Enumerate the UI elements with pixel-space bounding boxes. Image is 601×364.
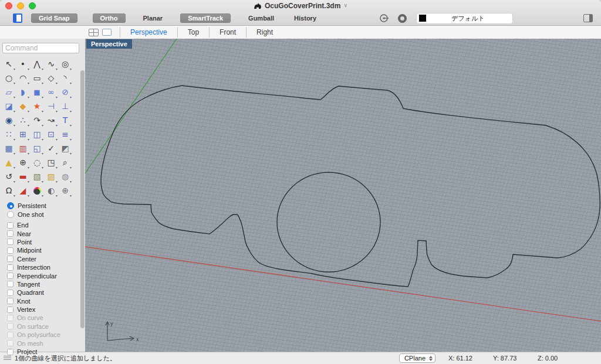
osnap-on-polysurface[interactable]: On polysurface: [7, 331, 85, 339]
osnap-perpendicular[interactable]: Perpendicular: [7, 271, 85, 280]
tool-zoom-window-button[interactable]: ◌: [30, 155, 44, 169]
tool-explode-button[interactable]: ★: [30, 99, 44, 113]
checkbox-icon[interactable]: [7, 349, 13, 355]
record-history-icon[interactable]: [379, 13, 390, 23]
tool-curve-button[interactable]: ∿: [44, 57, 58, 71]
history-list-icon[interactable]: [4, 356, 11, 361]
tool-globe-grid-button[interactable]: ⊕: [58, 183, 72, 198]
tool-points-on-button[interactable]: ∴: [16, 113, 30, 127]
osnap-quadrant[interactable]: Quadrant: [7, 288, 85, 297]
tool-zoom-in-out-button[interactable]: ⊕: [16, 155, 30, 169]
tool-globe-button[interactable]: ◐: [44, 183, 58, 198]
tool-copy-button[interactable]: ◱: [30, 141, 44, 155]
osnap-vertex[interactable]: Vertex: [7, 305, 85, 314]
osnap-project[interactable]: Project: [7, 348, 85, 356]
tool-surface-from-curves-button[interactable]: ◗: [16, 85, 30, 99]
chevron-down-icon[interactable]: ∨: [343, 2, 347, 8]
osnap-on-surface[interactable]: On surface: [7, 322, 85, 331]
tool-lightbulb-button[interactable]: ◍: [58, 169, 72, 183]
tool-surface-button[interactable]: ▱: [2, 85, 16, 99]
checkbox-icon[interactable]: [7, 307, 13, 313]
tool-trim-button[interactable]: ◫: [30, 127, 44, 141]
tool-magnifier-button[interactable]: ⌕: [58, 155, 72, 169]
checkbox-icon[interactable]: [7, 290, 13, 296]
tool-sphere-button[interactable]: ∞: [44, 85, 58, 99]
tool-zoom-extents-button[interactable]: ◳: [44, 155, 58, 169]
checkbox-icon[interactable]: [7, 230, 13, 237]
tool-lock-button[interactable]: Ω: [2, 183, 16, 198]
gumball-ring-icon[interactable]: [398, 14, 407, 23]
osnap-intersection[interactable]: Intersection: [7, 263, 85, 271]
tool-circle-button[interactable]: ◎: [58, 57, 72, 71]
tab-perspective[interactable]: Perspective: [120, 27, 177, 38]
tool-point-button[interactable]: •: [16, 57, 30, 71]
close-window-button[interactable]: [5, 2, 12, 9]
osnap-knot[interactable]: Knot: [7, 297, 85, 305]
osnap-midpoint[interactable]: Midpoint: [7, 246, 85, 254]
checkbox-icon[interactable]: [7, 273, 13, 279]
tool-orient-box-button[interactable]: ⊡: [44, 127, 58, 141]
viewport-title-badge[interactable]: Perspective: [86, 39, 132, 49]
toolbar-smarttrack-button[interactable]: SmartTrack: [180, 13, 231, 23]
tool-polyline-button[interactable]: ⋀: [30, 57, 44, 71]
tool-cone-button[interactable]: ▲: [2, 155, 16, 169]
osnap-point[interactable]: Point: [7, 238, 85, 246]
checkbox-icon[interactable]: [7, 332, 13, 338]
right-panel-toggle-icon[interactable]: [583, 14, 593, 22]
tool-ellipse-button[interactable]: ○: [2, 71, 16, 85]
tool-car-button[interactable]: ▬: [16, 169, 30, 183]
checkbox-icon[interactable]: [7, 298, 13, 304]
zoom-window-button[interactable]: [29, 2, 36, 9]
tool-bend-button[interactable]: ⊣: [44, 99, 58, 113]
tool-rectangle-button[interactable]: ▭: [30, 71, 44, 85]
single-viewport-layout-icon[interactable]: [102, 29, 112, 36]
tool-text-button[interactable]: T: [58, 113, 72, 127]
tool-block-button[interactable]: ▥: [16, 141, 30, 155]
tool-layer-wedge-button[interactable]: ◢: [16, 183, 30, 198]
tab-right[interactable]: Right: [246, 27, 283, 38]
left-panel-toggle-icon[interactable]: [13, 13, 22, 23]
tool-undo-view-button[interactable]: ↺: [2, 169, 16, 183]
toolbar-planar-button[interactable]: Planar: [141, 13, 166, 23]
tool-boolean-union-button[interactable]: ◉: [2, 113, 16, 127]
sidebar-scrollbar[interactable]: [80, 70, 85, 328]
tool-distribute-button[interactable]: ≡: [58, 127, 72, 141]
checkbox-icon[interactable]: [7, 340, 13, 346]
osnap-tangent[interactable]: Tangent: [7, 280, 85, 288]
tool-array-button[interactable]: ⊞: [16, 127, 30, 141]
tool-surface-grid-button[interactable]: ◪: [2, 99, 16, 113]
checkbox-icon[interactable]: [7, 222, 13, 229]
tool-arc-button[interactable]: ◠: [16, 71, 30, 85]
toolbar-gumball-button[interactable]: Gumball: [246, 13, 276, 23]
tool-select-pointer-button[interactable]: ↖: [2, 57, 16, 71]
curve-circle[interactable]: [277, 172, 380, 272]
tool-polygon-button[interactable]: ◇: [44, 71, 58, 85]
tool-taper-button[interactable]: ⊥: [58, 99, 72, 113]
toolbar-ortho-button[interactable]: Ortho: [93, 13, 126, 23]
checkbox-icon[interactable]: [7, 239, 13, 245]
osnap-on-curve[interactable]: On curve: [7, 314, 85, 322]
tab-top[interactable]: Top: [177, 27, 209, 38]
perspective-viewport[interactable]: y x Perspective: [85, 39, 601, 352]
radio-icon[interactable]: [7, 211, 14, 218]
minimize-window-button[interactable]: [17, 2, 24, 9]
tool-check-button[interactable]: ✓: [44, 141, 58, 155]
tool-map-button[interactable]: ▧: [30, 169, 44, 183]
checkbox-icon[interactable]: [7, 247, 13, 254]
toolbar-grid-snap-button[interactable]: Grid Snap: [31, 13, 77, 23]
display-preset-dropdown[interactable]: デフォルト: [416, 13, 513, 24]
tool-twist-button[interactable]: ↝: [44, 113, 58, 127]
four-viewport-layout-icon[interactable]: [89, 29, 99, 36]
cplane-dropdown[interactable]: CPlane: [399, 353, 435, 363]
tab-front[interactable]: Front: [209, 27, 246, 38]
tool-move-points-button[interactable]: ∷: [2, 127, 16, 141]
osnap-end[interactable]: End: [7, 221, 85, 229]
checkbox-icon[interactable]: [7, 323, 13, 329]
tool-fillet-curve-button[interactable]: ◝: [58, 71, 72, 85]
tool-puzzle-button[interactable]: ◆: [16, 99, 30, 113]
tool-box-button[interactable]: ◼: [30, 85, 44, 99]
osnap-center[interactable]: Center: [7, 255, 85, 263]
tool-shaded-view-button[interactable]: ◩: [58, 141, 72, 155]
checkbox-icon[interactable]: [7, 315, 13, 321]
snap-mode-one-shot[interactable]: One shot: [7, 210, 85, 219]
